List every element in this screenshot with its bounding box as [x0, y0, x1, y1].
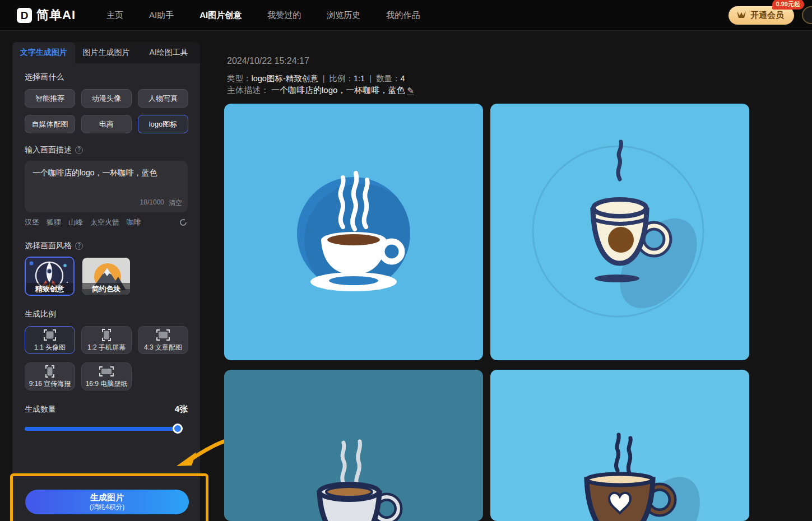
- coffee-logo-brown-heart: [490, 370, 749, 521]
- tag-coffee[interactable]: 咖啡: [127, 217, 141, 227]
- subject-options: 智能推荐 动漫头像 人物写真 自媒体配图 电商 logo图标: [25, 89, 188, 133]
- help-icon[interactable]: ?: [75, 242, 83, 250]
- ratio-1-2-icon: [98, 328, 115, 342]
- nav-item-home[interactable]: 主页: [106, 10, 123, 21]
- subject-option-portrait[interactable]: 人物写真: [138, 89, 188, 108]
- top-nav: D 简单AI 主页 AI助手 AI图片创意 我赞过的 浏览历史 我的作品 开通会…: [0, 0, 812, 31]
- refresh-icon[interactable]: [179, 218, 188, 227]
- meta-type-value: logo图标-精致创意: [252, 74, 318, 83]
- ratio-option-1-1[interactable]: 1:1 头像图: [25, 326, 75, 354]
- sidebar-panel: 选择画什么 智能推荐 动漫头像 人物写真 自媒体配图 电商 logo图标 输入画…: [12, 63, 200, 521]
- description-value: 一个咖啡店的logo，一杯咖啡，蓝色: [271, 85, 405, 96]
- ratio-4-3-icon: [155, 328, 171, 342]
- generate-button-cost: (消耗4积分): [90, 503, 125, 511]
- ratio-section-title: 生成比例: [25, 309, 56, 319]
- coffee-logo-dark-teal: [224, 370, 483, 521]
- meta-count-label: 数量：: [376, 74, 401, 83]
- tab-image-to-image[interactable]: 图片生成图片: [75, 42, 138, 63]
- subject-description: 主体描述： 一个咖啡店的logo，一杯咖啡，蓝色 ✎: [227, 85, 414, 96]
- tag-fox[interactable]: 狐狸: [47, 217, 61, 227]
- ratio-9-16-icon: [41, 365, 58, 378]
- vip-button-label: 开通会员: [750, 10, 784, 21]
- tag-mountain[interactable]: 山峰: [68, 217, 83, 227]
- result-image-2[interactable]: [490, 104, 749, 360]
- result-image-4[interactable]: [490, 370, 749, 521]
- prompt-footer: 18/1000 清空: [140, 198, 182, 208]
- style-option-exquisite-creative[interactable]: 精致创意: [25, 257, 75, 296]
- vip-button[interactable]: 开通会员 0.99元起: [729, 6, 794, 25]
- meta-type-label: 类型：: [227, 74, 252, 83]
- style-section-title: 选择画面风格: [25, 241, 72, 251]
- subject-section-title: 选择画什么: [25, 72, 64, 82]
- nav-item-ai-image-creation[interactable]: AI图片创意: [199, 10, 242, 21]
- clear-button[interactable]: 清空: [169, 198, 182, 208]
- generate-button[interactable]: 生成图片 (消耗4积分): [25, 490, 189, 514]
- meta-ratio-label: 比例：: [330, 74, 354, 83]
- ratio-option-9-16[interactable]: 9:16 宣传海报: [25, 362, 75, 390]
- meta-count-value: 4: [400, 74, 405, 83]
- subject-option-ecommerce[interactable]: 电商: [81, 115, 132, 133]
- brand-logo-glyph: D: [21, 10, 29, 21]
- slider-track[interactable]: [25, 427, 182, 431]
- ratio-16-9-icon: [98, 365, 115, 378]
- help-icon[interactable]: ?: [75, 146, 83, 154]
- avatar[interactable]: [802, 6, 812, 24]
- ratio-options: 1:1 头像图 1:2 手机屏幕 4:3 文章配图: [25, 326, 188, 390]
- tab-text-to-image[interactable]: 文字生成图片: [12, 42, 75, 63]
- quantity-section-title: 生成数量: [25, 404, 56, 415]
- description-label: 主体描述：: [227, 85, 269, 96]
- ratio-1-1-icon: [41, 328, 58, 342]
- ratio-option-4-3[interactable]: 4:3 文章配图: [138, 326, 188, 354]
- nav-item-liked[interactable]: 我赞过的: [267, 10, 301, 21]
- coffee-logo-blue-circle: [224, 104, 483, 360]
- prompt-suggestion-tags: 汉堡 狐狸 山峰 太空火箭 咖啡: [25, 217, 188, 227]
- promo-badge: 0.99元起: [772, 0, 804, 10]
- style-option-label: 简约色块: [82, 283, 130, 295]
- subject-option-anime-avatar[interactable]: 动漫头像: [81, 89, 132, 108]
- quantity-value: 4张: [175, 404, 188, 415]
- result-image-1[interactable]: [224, 104, 483, 360]
- nav-item-history[interactable]: 浏览历史: [327, 10, 360, 21]
- nav-item-ai-assistant[interactable]: AI助手: [149, 10, 174, 21]
- nav-right: 开通会员 0.99元起: [729, 6, 806, 25]
- subject-option-smart[interactable]: 智能推荐: [25, 89, 75, 108]
- result-image-3[interactable]: [224, 370, 483, 521]
- nav-item-my-works[interactable]: 我的作品: [386, 10, 420, 21]
- prompt-section-title: 输入画面描述: [25, 145, 72, 155]
- tab-ai-drawing-tools[interactable]: AI绘图工具: [137, 42, 200, 63]
- edit-icon[interactable]: ✎: [407, 86, 414, 95]
- nav-menu: 主页 AI助手 AI图片创意 我赞过的 浏览历史 我的作品: [106, 10, 420, 21]
- brand-name: 简单AI: [36, 7, 76, 24]
- style-options: 精致创意 简约色块: [25, 257, 188, 296]
- ratio-option-16-9[interactable]: 16:9 电脑壁纸: [81, 362, 132, 390]
- tag-space-rocket[interactable]: 太空火箭: [90, 217, 119, 227]
- meta-ratio-value: 1:1: [354, 74, 365, 83]
- quantity-row: 生成数量 4张: [25, 404, 188, 415]
- style-option-label: 精致创意: [26, 283, 73, 295]
- generation-timestamp: 2024/10/22 15:24:17: [227, 56, 309, 66]
- slider-handle[interactable]: [173, 424, 183, 434]
- brand-logo-icon: D: [17, 8, 32, 23]
- quantity-slider[interactable]: [25, 424, 182, 434]
- prompt-input-wrap: 一个咖啡店的logo，一杯咖啡，蓝色 18/1000 清空: [25, 161, 188, 212]
- subject-option-logo[interactable]: logo图标: [138, 115, 188, 133]
- ratio-option-1-2[interactable]: 1:2 手机屏幕: [81, 326, 132, 354]
- style-option-simple-color-block[interactable]: 简约色块: [81, 257, 131, 296]
- brand[interactable]: D 简单AI: [17, 7, 76, 24]
- vip-crown-icon: [736, 11, 746, 20]
- coffee-logo-outlined-cup: [490, 104, 749, 360]
- char-counter: 18/1000: [140, 198, 164, 208]
- tag-hamburger[interactable]: 汉堡: [25, 217, 39, 227]
- subject-option-media-image[interactable]: 自媒体配图: [25, 115, 75, 133]
- sidebar-tabstrip: 文字生成图片 图片生成图片 AI绘图工具: [12, 42, 200, 63]
- generation-meta: 类型：logo图标-精致创意|比例：1:1|数量：4: [227, 73, 405, 84]
- generate-button-label: 生成图片: [90, 492, 124, 503]
